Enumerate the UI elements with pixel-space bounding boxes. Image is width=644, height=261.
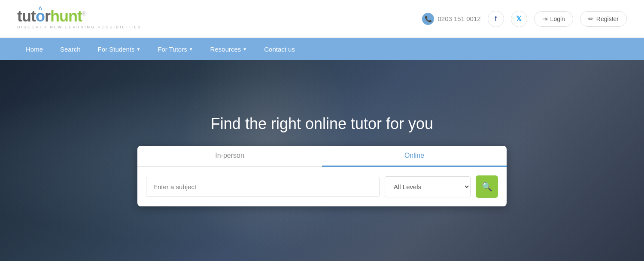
search-icon: 🔍 bbox=[482, 181, 492, 192]
register-icon: ✏ bbox=[588, 15, 594, 23]
header-right: 📞 0203 151 0012 f 𝕏 ⇥ Login ✏ Register bbox=[422, 11, 627, 27]
subject-input[interactable] bbox=[146, 177, 380, 197]
tab-inperson[interactable]: In-person bbox=[137, 146, 322, 167]
search-tabs: In-person Online bbox=[137, 146, 507, 167]
chevron-down-icon: ▼ bbox=[136, 47, 140, 52]
site-header: tuto^rhunt® DISCOVER NEW LEARNING POSSIB… bbox=[0, 0, 644, 38]
nav-contact[interactable]: Contact us bbox=[255, 38, 304, 60]
logo-tagline: DISCOVER NEW LEARNING POSSIBILITIES bbox=[17, 25, 142, 29]
phone-number: 0203 151 0012 bbox=[437, 15, 480, 22]
nav-home[interactable]: Home bbox=[17, 38, 52, 60]
logo-text: tuto^rhunt® bbox=[17, 9, 142, 24]
register-label: Register bbox=[596, 15, 619, 22]
logo[interactable]: tuto^rhunt® DISCOVER NEW LEARNING POSSIB… bbox=[17, 9, 142, 29]
nav-for-students[interactable]: For Students ▼ bbox=[89, 38, 149, 60]
twitter-button[interactable]: 𝕏 bbox=[511, 11, 527, 27]
hero-content: Find the right online tutor for you In-p… bbox=[0, 115, 644, 206]
nav-search[interactable]: Search bbox=[52, 38, 89, 60]
search-box: In-person Online All Levels Primary Seco… bbox=[137, 146, 507, 206]
login-label: Login bbox=[550, 15, 565, 22]
nav-for-tutors[interactable]: For Tutors ▼ bbox=[149, 38, 201, 60]
nav-resources[interactable]: Resources ▼ bbox=[202, 38, 256, 60]
main-nav: Home Search For Students ▼ For Tutors ▼ … bbox=[0, 38, 644, 60]
level-select[interactable]: All Levels Primary Secondary GCSE A-Leve… bbox=[385, 176, 471, 197]
hero-title: Find the right online tutor for you bbox=[211, 115, 433, 133]
search-fields: All Levels Primary Secondary GCSE A-Leve… bbox=[137, 167, 507, 198]
login-icon: ⇥ bbox=[542, 15, 548, 23]
phone-area: 📞 0203 151 0012 bbox=[422, 13, 480, 25]
chevron-down-icon: ▼ bbox=[243, 47, 247, 52]
hero-section: Find the right online tutor for you In-p… bbox=[0, 60, 644, 261]
phone-icon: 📞 bbox=[422, 13, 434, 25]
search-button[interactable]: 🔍 bbox=[476, 175, 498, 198]
register-button[interactable]: ✏ Register bbox=[580, 11, 627, 27]
tab-online[interactable]: Online bbox=[322, 146, 507, 167]
login-button[interactable]: ⇥ Login bbox=[534, 11, 573, 27]
facebook-button[interactable]: f bbox=[488, 11, 504, 27]
chevron-down-icon: ▼ bbox=[189, 47, 193, 52]
